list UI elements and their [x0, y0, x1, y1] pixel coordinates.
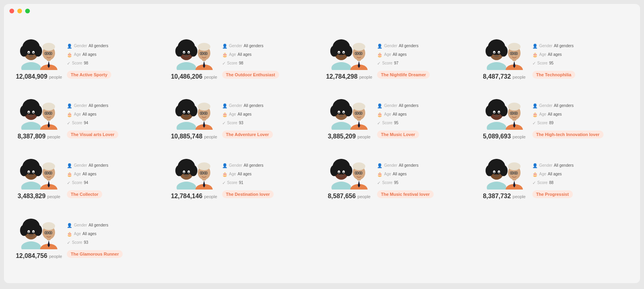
- age-row: 🎂 Age All ages: [532, 110, 574, 119]
- svg-point-93: [188, 52, 189, 53]
- info-visual-arts-lover: 👤 Gender All genders 🎂 Age All ages ✓ Sc…: [64, 101, 118, 140]
- svg-point-134: [183, 172, 184, 173]
- score-icon: ✓: [532, 179, 536, 187]
- badge-destination-lover[interactable]: The Destination lover: [222, 190, 274, 198]
- svg-point-15: [42, 43, 55, 51]
- persona-card-glamorous-runner[interactable]: 12,084,756 people 👤 Gender All genders 🎂…: [12, 207, 167, 263]
- avatar-high-tech-innovation: 5,089,693 people: [479, 90, 530, 140]
- info-technophilia: 👤 Gender All genders 🎂 Age All ages ✓ Sc…: [530, 42, 576, 80]
- close-dot[interactable]: [9, 9, 14, 13]
- info-glamorous-runner: 👤 Gender All genders 🎂 Age All ages ✓ Sc…: [64, 221, 123, 260]
- badge-visual-arts-lover[interactable]: The Visual arts Lover: [67, 131, 118, 138]
- persona-card-music-lover[interactable]: 3,885,209 people 👤 Gender All genders 🎂 …: [322, 87, 477, 143]
- svg-point-92: [183, 52, 184, 53]
- svg-point-151: [330, 46, 338, 57]
- info-outdoor-enthusiast: 👤 Gender All genders 🎂 Age All ages ✓ Sc…: [220, 42, 279, 80]
- svg-point-29: [28, 112, 29, 113]
- gender-row: 👤 Gender All genders: [67, 101, 108, 110]
- age-icon: 🎂: [67, 110, 72, 119]
- age-icon: 🎂: [222, 170, 228, 179]
- svg-point-47: [34, 165, 42, 176]
- svg-point-94: [186, 55, 187, 56]
- persona-card-visual-arts-lover[interactable]: 8,387,809 people 👤 Gender All genders 🎂 …: [12, 87, 167, 143]
- svg-point-252: [487, 182, 506, 190]
- svg-point-209: [360, 173, 361, 174]
- svg-point-135: [188, 172, 189, 173]
- svg-point-41: [50, 113, 51, 114]
- persona-card-nightlife-dreamer[interactable]: 12,784,298 people 👤 Gender All genders 🎂…: [322, 28, 477, 83]
- count-adventure-lover: 10,885,748 people: [171, 133, 217, 140]
- info-high-tech-innovation: 👤 Gender All genders 🎂 Age All ages ✓ Sc…: [530, 101, 604, 140]
- svg-point-68: [34, 225, 42, 236]
- age-row: 🎂 Age All ages: [377, 170, 418, 179]
- svg-point-239: [493, 112, 495, 113]
- badge-outdoor-enthusiast[interactable]: The Outdoor Enthusiast: [222, 71, 279, 79]
- svg-point-126: [177, 182, 196, 190]
- age-row: 🎂 Age All ages: [67, 170, 108, 179]
- count-visual-arts-lover: 8,387,809 people: [18, 133, 61, 140]
- badge-the-progressist[interactable]: The Progressist: [532, 190, 573, 198]
- badge-adventure-lover[interactable]: The Adventure Lover: [222, 131, 273, 138]
- persona-card-outdoor-enthusiast[interactable]: 10,486,206 people 👤 Gender All genders 🎂…: [167, 28, 322, 83]
- score-icon: ✓: [532, 59, 536, 68]
- avatar-technophilia: 8,487,732 people: [479, 31, 530, 80]
- gender-row: 👤 Gender All genders: [67, 221, 108, 230]
- persona-card-music-festival-lover[interactable]: 8,587,656 people 👤 Gender All genders 🎂 …: [322, 147, 477, 203]
- svg-point-42: [21, 182, 41, 190]
- gender-icon: 👤: [222, 161, 228, 170]
- svg-point-31: [30, 114, 32, 116]
- count-music-lover: 3,885,209 people: [328, 133, 371, 140]
- persona-card-the-collector[interactable]: 3,483,829 people 👤 Gender All genders 🎂 …: [12, 147, 167, 203]
- badge-the-collector[interactable]: The Collector: [67, 190, 102, 198]
- minimize-dot[interactable]: [17, 9, 22, 13]
- info-music-festival-lover: 👤 Gender All genders 🎂 Age All ages ✓ Sc…: [375, 161, 434, 200]
- score-icon: ✓: [222, 119, 226, 127]
- persona-card-technophilia[interactable]: 8,487,732 people 👤 Gender All genders 🎂 …: [477, 28, 633, 83]
- svg-point-260: [493, 172, 495, 173]
- gender-icon: 👤: [67, 42, 72, 50]
- persona-card-destination-lover[interactable]: 12,784,146 people 👤 Gender All genders 🎂…: [167, 147, 322, 203]
- avatar-destination-lover: 12,784,146 people: [169, 150, 220, 200]
- badge-active-sporty[interactable]: The Active Sporty: [67, 71, 111, 79]
- age-row: 🎂 Age All ages: [532, 50, 574, 59]
- svg-point-187: [356, 113, 357, 114]
- badge-high-tech-innovation[interactable]: The High-tech Innovation lover: [532, 131, 604, 138]
- gender-icon: 👤: [67, 161, 72, 170]
- badge-nightlife-dreamer[interactable]: The Nightlife Dreamer: [377, 71, 430, 79]
- svg-point-271: [511, 173, 512, 174]
- svg-point-251: [515, 113, 516, 114]
- gender-icon: 👤: [222, 42, 228, 50]
- svg-point-88: [175, 46, 183, 57]
- persona-card-the-progressist[interactable]: 8,387,732 people 👤 Gender All genders 🎂 …: [477, 147, 633, 203]
- score-icon: ✓: [377, 119, 381, 127]
- persona-card-high-tech-innovation[interactable]: 5,089,693 people 👤 Gender All genders 🎂 …: [477, 87, 633, 143]
- score-row: ✓ Score 94: [67, 119, 108, 127]
- gender-row: 👤 Gender All genders: [67, 42, 108, 50]
- svg-point-225: [508, 43, 521, 51]
- svg-point-198: [343, 172, 344, 173]
- gender-row: 👤 Gender All genders: [67, 161, 108, 170]
- score-row: ✓ Score 89: [532, 119, 574, 127]
- badge-technophilia[interactable]: The Technophilia: [532, 71, 576, 79]
- svg-point-162: [353, 43, 365, 51]
- age-icon: 🎂: [532, 110, 538, 119]
- avatar-visual-arts-lover: 8,387,809 people: [13, 90, 64, 140]
- badge-glamorous-runner[interactable]: The Glamorous Runner: [67, 250, 123, 258]
- gender-icon: 👤: [377, 42, 383, 50]
- gender-row: 👤 Gender All genders: [532, 161, 574, 170]
- gender-icon: 👤: [532, 101, 538, 110]
- age-row: 🎂 Age All ages: [222, 110, 263, 119]
- svg-point-124: [201, 113, 202, 114]
- maximize-dot[interactable]: [25, 9, 30, 13]
- svg-point-267: [508, 162, 521, 170]
- persona-card-adventure-lover[interactable]: 10,885,748 people 👤 Gender All genders 🎂…: [167, 87, 322, 143]
- count-the-progressist: 8,387,732 people: [483, 193, 526, 200]
- avatar-adventure-lover: 10,885,748 people: [169, 90, 220, 140]
- badge-music-lover[interactable]: The Music Lover: [377, 131, 419, 138]
- avatar-music-lover: 3,885,209 people: [324, 90, 375, 140]
- svg-point-235: [486, 105, 493, 116]
- badge-music-festival-lover[interactable]: The Music festival lover: [377, 190, 434, 198]
- persona-card-active-sporty[interactable]: 12,084,909 people 👤 Gender All genders 🎂…: [12, 28, 167, 83]
- svg-point-219: [498, 52, 499, 53]
- age-icon: 🎂: [67, 50, 72, 59]
